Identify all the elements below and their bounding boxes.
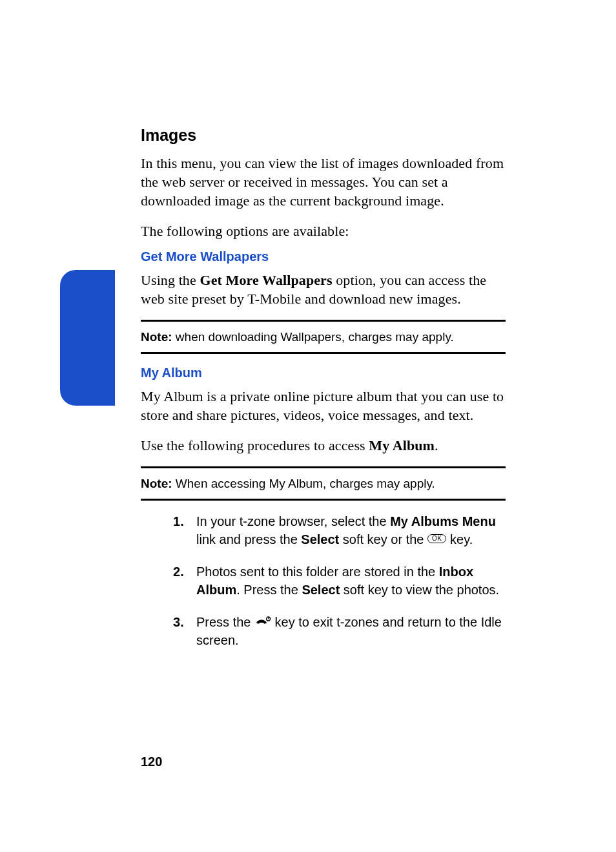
my-album-paragraph-2: Use the following procedures to access M… [141, 436, 506, 455]
section-tab: Section 9 [60, 270, 115, 406]
text-fragment: . Press the [236, 583, 302, 597]
bold-fragment: Select [301, 532, 339, 546]
bold-fragment: My Albums Menu [390, 514, 496, 528]
note-label: Note: [141, 330, 172, 344]
note-text: when downloading Wallpapers, charges may… [172, 330, 454, 344]
page-number: 120 [141, 754, 162, 769]
get-more-paragraph: Using the Get More Wallpapers option, yo… [141, 271, 506, 308]
text-fragment: Using the [141, 272, 200, 288]
step-3: Press the key to exit t-zones and return… [173, 613, 506, 649]
text-fragment: soft key to view the photos. [340, 583, 499, 597]
note-my-album: Note: When accessing My Album, charges m… [141, 466, 506, 501]
text-fragment: key. [446, 532, 473, 546]
heading-get-more-wallpapers: Get More Wallpapers [141, 249, 506, 264]
my-album-paragraph-1: My Album is a private online picture alb… [141, 387, 506, 424]
bold-fragment: Get More Wallpapers [200, 272, 332, 288]
text-fragment: In your t-zone browser, select the [196, 514, 390, 528]
bold-fragment: Select [302, 583, 340, 597]
steps-list: In your t-zone browser, select the My Al… [141, 512, 506, 649]
intro-paragraph-1: In this menu, you can view the list of i… [141, 154, 506, 210]
step-2: Photos sent to this folder are stored in… [173, 563, 506, 599]
bold-fragment: My Album [369, 437, 435, 453]
heading-my-album: My Album [141, 366, 506, 380]
section-tab-label: Section 9 [98, 134, 110, 270]
content-column: Images In this menu, you can view the li… [141, 126, 506, 663]
step-1: In your t-zone browser, select the My Al… [173, 512, 506, 548]
intro-paragraph-2: The following options are available: [141, 222, 506, 240]
page: Section 9 Images In this menu, you can v… [0, 0, 616, 852]
text-fragment: Press the [196, 615, 254, 629]
text-fragment: . [435, 437, 438, 453]
text-fragment: soft key or the [339, 532, 427, 546]
note-wallpapers: Note: when downloading Wallpapers, charg… [141, 320, 506, 354]
heading-images: Images [141, 126, 506, 145]
text-fragment: Photos sent to this folder are stored in… [196, 565, 439, 579]
end-call-key-icon [254, 616, 271, 628]
text-fragment: link and press the [196, 532, 301, 546]
note-label: Note: [141, 477, 172, 490]
ok-key-icon: OK [427, 534, 446, 543]
text-fragment: Use the following procedures to access [141, 437, 369, 453]
note-text: When accessing My Album, charges may app… [172, 477, 435, 490]
